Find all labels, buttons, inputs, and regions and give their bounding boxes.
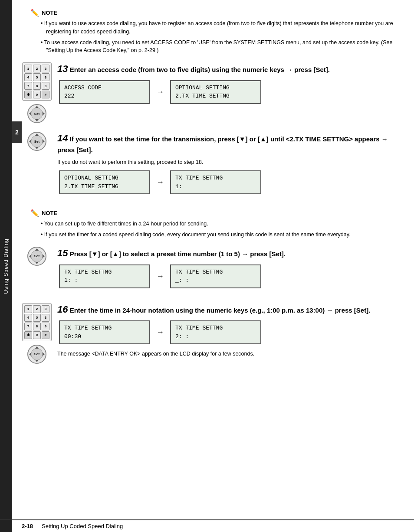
step13-title: 13 Enter an access code (from two to fiv… (57, 62, 405, 76)
step15-title: 15 Press [▼] or [▲] to select a preset t… (57, 247, 405, 260)
set-button-16-arrows (28, 346, 46, 363)
step13-number: 13 (57, 63, 68, 74)
note1-title: NOTE (42, 10, 57, 16)
set-button-14-wrap: Set (27, 132, 46, 151)
arrow-right-icon (43, 112, 45, 115)
step16-left: 1 2 3 4 5 6 7 8 9 ✱ 0 # (22, 303, 52, 364)
step16-lcd1-line1: TX TIME SETTNG (64, 324, 145, 333)
arrow-right-15-icon (43, 255, 45, 258)
step14-lcd2-line1: TX TIME SETTNG (175, 174, 256, 183)
key-16-9: 9 (42, 323, 49, 330)
set-button-14-arrows (28, 133, 46, 150)
set-button-13[interactable]: Set (27, 104, 46, 123)
step14-right: 14 If you want to set the time for the t… (57, 132, 405, 200)
set-button-13-wrap: Set (27, 104, 46, 123)
set-button-16-wrap: Set (27, 345, 46, 364)
note2-icon: ✏️ (30, 209, 39, 217)
key-star: ✱ (24, 91, 32, 98)
step15-right: 15 Press [▼] or [▲] to select a preset t… (57, 247, 405, 294)
arrow-left-14-icon (29, 140, 31, 143)
step15-lcd1: TX TIME SETTNG 1: : (59, 264, 150, 288)
step16-lcd1-line2: 00:30 (64, 333, 145, 341)
key-16-2: 2 (33, 305, 41, 313)
step15-lcd2-line2: _: : (175, 276, 256, 285)
arrow-up-icon (35, 106, 39, 108)
step16-right: 16 Enter the time in 24-hour notation us… (57, 303, 405, 362)
step16-lcd-row: TX TIME SETTNG 00:30 → TX TIME SETTNG 2:… (59, 320, 405, 344)
step14-arrow: → (156, 178, 164, 187)
arrow-down-16-icon (35, 360, 39, 362)
set-button-15[interactable]: Set (27, 247, 46, 266)
step16-arrow: → (156, 328, 164, 337)
key-16-hash: # (42, 331, 49, 339)
step15-section: Set 15 Press [▼] or [▲] to select a pres… (22, 247, 405, 294)
key-0: 0 (33, 91, 41, 98)
note1-content: • If you want to use access code dialing… (41, 20, 405, 55)
step16-lcd1: TX TIME SETTNG 00:30 (59, 320, 150, 344)
note1-icon: ✏️ (30, 9, 39, 17)
note2-header: ✏️ NOTE (30, 209, 405, 217)
note2-bullet2: • If you set the timer for a coded speed… (41, 231, 405, 239)
step15-left: Set (22, 247, 52, 266)
step16-lcd2: TX TIME SETTNG 2: : (170, 320, 261, 344)
step14-title: 14 If you want to set the time for the t… (57, 132, 405, 154)
step13-lcd2-line2: 2.TX TIME SETTNG (175, 92, 256, 101)
set-button-14[interactable]: Set (27, 132, 46, 151)
step14-number: 14 (57, 133, 68, 144)
main-content: ✏️ NOTE • If you want to use access code… (22, 0, 405, 390)
key-16-star: ✱ (24, 331, 32, 339)
arrow-left-icon (29, 112, 31, 115)
step13-left: 1 2 3 4 5 6 7 8 9 ✱ 0 # (22, 62, 52, 123)
step13-lcd2: OPTIONAL SETTING 2.TX TIME SETTNG (170, 80, 261, 104)
key-16-1: 1 (24, 305, 32, 313)
step13-right: 13 Enter an access code (from two to fiv… (57, 62, 405, 110)
step15-lcd1-line2: 1: : (64, 276, 145, 285)
step16-lcd2-line2: 2: : (175, 333, 256, 341)
key-16-0: 0 (33, 331, 41, 339)
keypad-16: 1 2 3 4 5 6 7 8 9 ✱ 0 # (22, 303, 52, 341)
step15-number: 15 (57, 248, 68, 258)
step13-lcd1: ACCESS CODE 222 (59, 80, 150, 104)
keypad-13: 1 2 3 4 5 6 7 8 9 ✱ 0 # (22, 62, 52, 101)
key-1: 1 (24, 65, 32, 72)
step14-lcd1: OPTIONAL SETTING 2.TX TIME SETTNG (59, 170, 150, 194)
chapter-number: 2 (15, 129, 19, 136)
step13-arrow: → (156, 88, 164, 97)
step14-lcd-row: OPTIONAL SETTING 2.TX TIME SETTNG → TX T… (59, 170, 405, 194)
step14-section: Set 14 If you want to set the time for t… (22, 132, 405, 200)
step14-left: Set (22, 132, 52, 151)
arrow-down-icon (35, 119, 39, 121)
set-button-16[interactable]: Set (27, 345, 46, 364)
step16-section: 1 2 3 4 5 6 7 8 9 ✱ 0 # (22, 303, 405, 364)
step13-lcd-row: ACCESS CODE 222 → OPTIONAL SETTING 2.TX … (59, 80, 405, 104)
note2-section: ✏️ NOTE • You can set up to five differe… (30, 209, 405, 239)
key-16-7: 7 (24, 323, 32, 330)
arrow-down-14-icon (35, 147, 39, 149)
key-2: 2 (33, 65, 41, 72)
note1-bullet1: • If you want to use access code dialing… (41, 20, 405, 36)
step15-lcd-row: TX TIME SETTNG 1: : → TX TIME SETTNG _: … (59, 264, 405, 288)
step16-lcd2-line1: TX TIME SETTNG (175, 324, 256, 333)
set-button-13-arrows (28, 105, 46, 122)
note1-header: ✏️ NOTE (30, 9, 405, 17)
step14-lcd2: TX TIME SETTNG 1: (170, 170, 261, 194)
arrow-down-15-icon (35, 262, 39, 264)
note1-section: ✏️ NOTE • If you want to use access code… (30, 9, 405, 55)
footer-page: 2-18 (22, 523, 33, 529)
step13-section: 1 2 3 4 5 6 7 8 9 ✱ 0 # (22, 62, 405, 123)
step13-lcd2-line1: OPTIONAL SETTING (175, 84, 256, 92)
chapter-tab: 2 (12, 121, 22, 143)
key-16-3: 3 (42, 305, 49, 313)
step15-lcd2: TX TIME SETTNG _: : (170, 264, 261, 288)
note2-content: • You can set up to five different times… (41, 220, 405, 239)
step14-subtext: If you do not want to perform this setti… (57, 159, 405, 166)
arrow-left-16-icon (29, 352, 31, 356)
step13-lcd1-line2: 222 (64, 92, 145, 101)
key-4: 4 (24, 73, 32, 81)
step16-subtext: The message <DATA ENTRY OK> appears on t… (57, 350, 405, 358)
arrow-right-16-icon (43, 352, 45, 356)
key-3: 3 (42, 65, 49, 72)
note2-title: NOTE (42, 210, 57, 216)
key-16-5: 5 (33, 314, 41, 322)
key-hash: # (42, 91, 49, 98)
